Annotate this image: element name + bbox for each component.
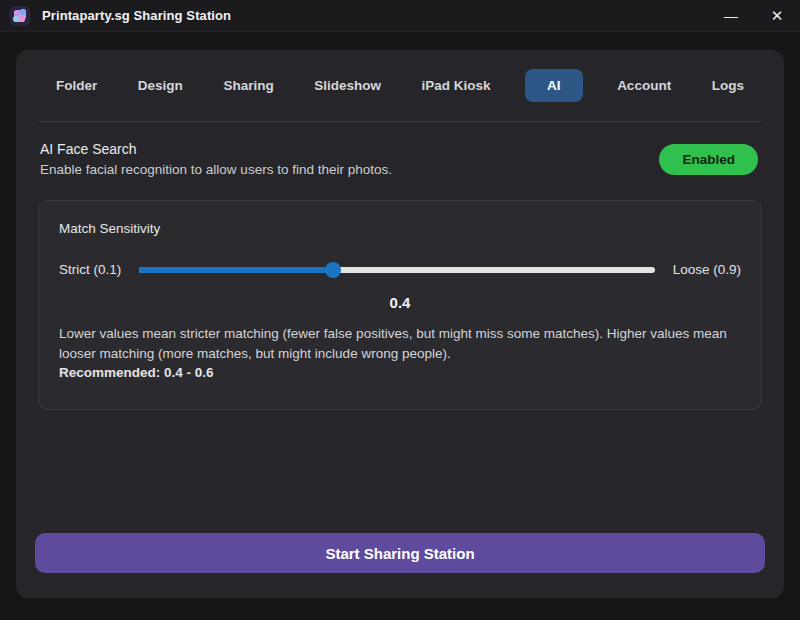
- enabled-toggle-button[interactable]: Enabled: [659, 144, 758, 175]
- ai-face-search-section: AI Face Search Enable facial recognition…: [38, 141, 762, 177]
- titlebar: Printaparty.sg Sharing Station — ✕: [0, 0, 800, 32]
- tab-account[interactable]: Account: [611, 69, 677, 102]
- sensitivity-recommended: Recommended: 0.4 - 0.6: [59, 363, 741, 383]
- sensitivity-description: Lower values mean stricter matching (few…: [59, 324, 741, 363]
- ai-face-search-text: AI Face Search Enable facial recognition…: [40, 141, 659, 177]
- match-sensitivity-title: Match Sensitivity: [59, 221, 741, 236]
- window-title: Printaparty.sg Sharing Station: [42, 8, 231, 23]
- sensitivity-slider-fill: [139, 267, 332, 273]
- sensitivity-slider-thumb[interactable]: [325, 262, 341, 278]
- tab-bar: Folder Design Sharing Slideshow iPad Kio…: [38, 50, 762, 122]
- tab-slideshow[interactable]: Slideshow: [308, 69, 387, 102]
- app-logo-icon: [10, 6, 30, 26]
- slider-min-label: Strict (0.1): [59, 262, 121, 277]
- tab-ipad-kiosk[interactable]: iPad Kiosk: [416, 69, 497, 102]
- ai-face-search-title: AI Face Search: [40, 141, 659, 157]
- sensitivity-value: 0.4: [59, 294, 741, 311]
- tab-logs[interactable]: Logs: [706, 69, 750, 102]
- minimize-button[interactable]: —: [708, 0, 754, 32]
- ai-face-search-description: Enable facial recognition to allow users…: [40, 162, 659, 177]
- slider-max-label: Loose (0.9): [673, 262, 741, 277]
- tab-design[interactable]: Design: [132, 69, 189, 102]
- tab-sharing[interactable]: Sharing: [217, 69, 279, 102]
- start-sharing-station-button[interactable]: Start Sharing Station: [35, 533, 765, 573]
- sensitivity-slider-row: Strict (0.1) Loose (0.9): [59, 262, 741, 277]
- tab-folder[interactable]: Folder: [50, 69, 103, 102]
- close-button[interactable]: ✕: [754, 0, 800, 32]
- main-panel: Folder Design Sharing Slideshow iPad Kio…: [16, 50, 784, 598]
- match-sensitivity-card: Match Sensitivity Strict (0.1) Loose (0.…: [38, 200, 762, 410]
- sensitivity-slider[interactable]: [139, 267, 654, 273]
- tab-ai[interactable]: AI: [525, 69, 583, 102]
